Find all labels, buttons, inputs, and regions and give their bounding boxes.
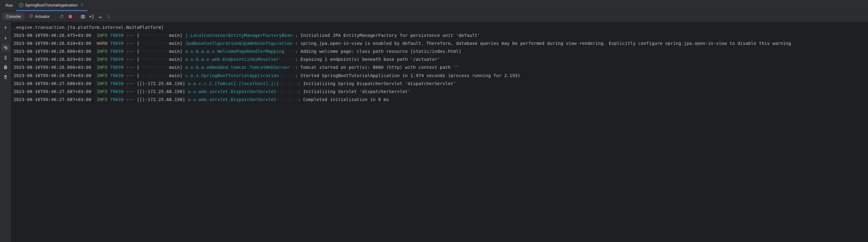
- log-line: 2023-08-16T09:46:26.666+03:00 INFO 79039…: [13, 47, 866, 55]
- spring-boot-icon: [19, 3, 23, 7]
- svg-rect-4: [81, 16, 85, 18]
- divider: [55, 13, 56, 20]
- tab-label: SpringBootTutorialApplication: [25, 3, 78, 7]
- svg-point-5: [82, 16, 84, 18]
- main-area: .engine.transaction.jta.platform.interna…: [0, 22, 868, 242]
- console-output[interactable]: .engine.transaction.jta.platform.interna…: [11, 22, 868, 242]
- scroll-to-end-icon[interactable]: [2, 54, 9, 61]
- svg-point-7: [108, 16, 109, 17]
- log-line: 2023-08-16T09:46:26.610+03:00 WARN 79039…: [13, 39, 866, 47]
- gauge-icon[interactable]: [96, 13, 104, 20]
- svg-point-2: [30, 16, 31, 17]
- down-arrow-icon[interactable]: [2, 34, 9, 42]
- trash-icon[interactable]: [2, 73, 9, 81]
- log-line: 2023-08-16T09:46:26.475+03:00 INFO 79039…: [13, 31, 866, 39]
- up-arrow-icon[interactable]: [2, 24, 9, 32]
- log-line: 2023-08-16T09:46:26.866+03:00 INFO 79039…: [13, 63, 866, 71]
- svg-rect-3: [69, 15, 72, 18]
- sub-toolbar: Console Actuator: [0, 11, 868, 22]
- actuator-label: Actuator: [35, 14, 50, 19]
- run-label: Run: [2, 3, 16, 8]
- log-line: .engine.transaction.jta.platform.interna…: [13, 23, 866, 31]
- log-line: 2023-08-16T09:46:27.086+03:00 INFO 79039…: [13, 80, 866, 88]
- rerun-button[interactable]: [58, 13, 65, 20]
- soft-wrap-icon[interactable]: [2, 43, 9, 52]
- close-icon[interactable]: [80, 2, 85, 8]
- log-line: 2023-08-16T09:46:26.829+03:00 INFO 79039…: [13, 55, 866, 63]
- log-line: 2023-08-16T09:46:27.087+03:00 INFO 79039…: [13, 95, 866, 103]
- more-icon[interactable]: [105, 13, 113, 20]
- run-config-tab[interactable]: SpringBootTutorialApplication: [16, 0, 88, 11]
- tab-console[interactable]: Console: [2, 13, 25, 20]
- camera-icon[interactable]: [79, 13, 87, 20]
- print-icon[interactable]: [2, 63, 9, 71]
- divider: [76, 13, 77, 20]
- stop-button[interactable]: [67, 13, 74, 20]
- tab-actuator[interactable]: Actuator: [26, 12, 53, 20]
- top-toolbar: Run SpringBootTutorialApplication: [0, 0, 868, 11]
- log-line: 2023-08-16T09:46:27.087+03:00 INFO 79039…: [13, 88, 866, 95]
- actuator-icon: [29, 14, 33, 19]
- svg-point-6: [108, 15, 109, 16]
- svg-point-8: [108, 18, 109, 18]
- exit-icon[interactable]: [88, 13, 95, 20]
- console-gutter: [0, 22, 11, 242]
- log-line: 2023-08-16T09:46:26.874+03:00 INFO 79039…: [13, 71, 866, 80]
